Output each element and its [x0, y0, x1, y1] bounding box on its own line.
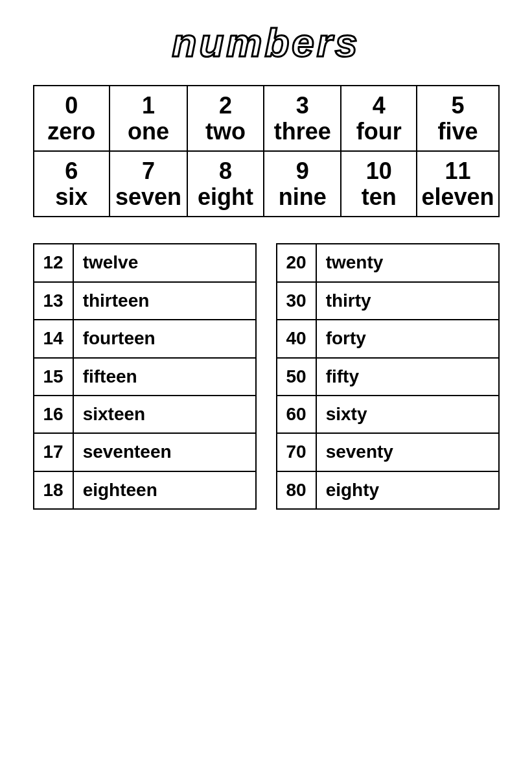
word-cell: thirty [316, 282, 499, 320]
list-item: 13thirteen [34, 282, 256, 320]
word-cell: seventy [316, 433, 499, 471]
word-cell: sixteen [73, 396, 256, 433]
number-cell: 18 [34, 471, 73, 509]
word-cell: forty [316, 320, 499, 357]
number-cell: 40 [277, 320, 316, 357]
number-cell: 50 [277, 358, 316, 396]
list-item: 70seventy [277, 433, 499, 471]
top-grid-cell: 5five [417, 86, 498, 151]
number-cell: 60 [277, 396, 316, 433]
word-cell: twenty [316, 244, 499, 281]
word-cell: fifteen [73, 358, 256, 396]
number-cell: 15 [34, 358, 73, 396]
top-grid-cell: 4four [341, 86, 417, 151]
number-cell: 70 [277, 433, 316, 471]
number-cell: 14 [34, 320, 73, 357]
top-grid-table: 0zero1one2two3three4four5five6six7seven8… [33, 85, 500, 217]
top-grid-cell: 2two [187, 86, 264, 151]
word-cell: twelve [73, 244, 256, 281]
word-cell: fifty [316, 358, 499, 396]
top-grid-cell: 6six [34, 151, 110, 217]
number-cell: 20 [277, 244, 316, 281]
number-cell: 30 [277, 282, 316, 320]
top-grid-cell: 11eleven [417, 151, 498, 217]
word-cell: seventeen [73, 433, 256, 471]
bottom-section: 12twelve13thirteen14fourteen15fifteen16s… [33, 243, 500, 510]
list-item: 20twenty [277, 244, 499, 281]
number-cell: 16 [34, 396, 73, 433]
number-cell: 12 [34, 244, 73, 281]
list-item: 80eighty [277, 471, 499, 509]
word-cell: thirteen [73, 282, 256, 320]
top-grid-cell: 1one [110, 86, 187, 151]
right-number-table: 20twenty30thirty40forty50fifty60sixty70s… [276, 243, 500, 510]
word-cell: sixty [316, 396, 499, 433]
left-number-table: 12twelve13thirteen14fourteen15fifteen16s… [33, 243, 257, 510]
list-item: 17seventeen [34, 433, 256, 471]
list-item: 16sixteen [34, 396, 256, 433]
word-cell: eighty [316, 471, 499, 509]
list-item: 18eighteen [34, 471, 256, 509]
top-grid-cell: 7seven [110, 151, 187, 217]
number-cell: 13 [34, 282, 73, 320]
top-grid-cell: 0zero [34, 86, 110, 151]
top-grid-cell: 10ten [341, 151, 417, 217]
list-item: 60sixty [277, 396, 499, 433]
word-cell: fourteen [73, 320, 256, 357]
list-item: 30thirty [277, 282, 499, 320]
list-item: 50fifty [277, 358, 499, 396]
top-grid-cell: 9nine [264, 151, 341, 217]
top-grid-cell: 8eight [187, 151, 264, 217]
top-grid-cell: 3three [264, 86, 341, 151]
number-cell: 80 [277, 471, 316, 509]
list-item: 14fourteen [34, 320, 256, 357]
word-cell: eighteen [73, 471, 256, 509]
list-item: 12twelve [34, 244, 256, 281]
list-item: 15fifteen [34, 358, 256, 396]
list-item: 40forty [277, 320, 499, 357]
number-cell: 17 [34, 433, 73, 471]
page-title: numbers [172, 19, 360, 65]
